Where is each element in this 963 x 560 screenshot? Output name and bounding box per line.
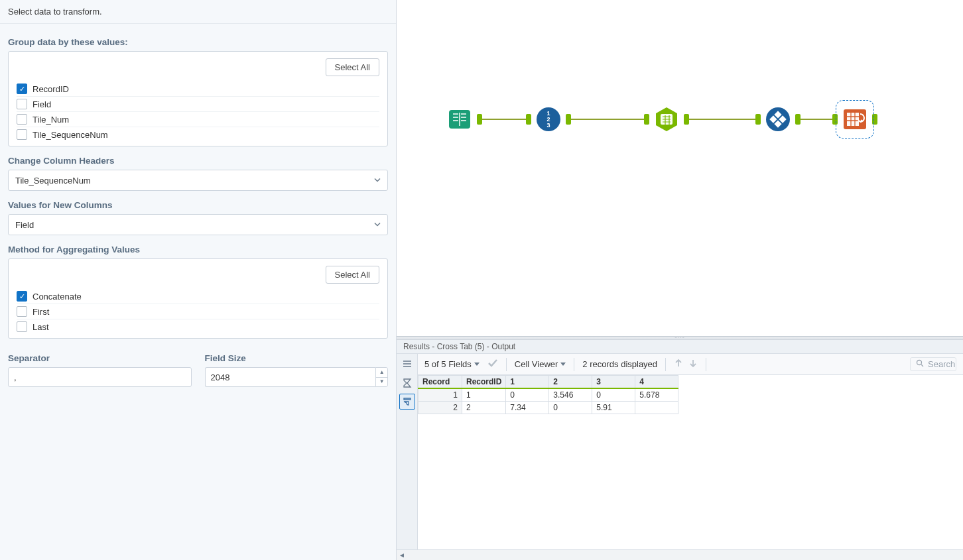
results-view-output[interactable]	[399, 394, 415, 410]
input-anchor[interactable]	[832, 114, 838, 125]
separator-input[interactable]	[8, 367, 192, 387]
row-number: 2	[418, 402, 462, 414]
tool-record-id[interactable]: 123	[535, 106, 562, 133]
config-header: Select data to transform.	[0, 0, 396, 24]
change-headers-select[interactable]: Tile_SequenceNum	[8, 170, 388, 191]
group-by-item-checkbox[interactable]	[17, 129, 27, 140]
agg-method-item-row[interactable]: Last	[17, 319, 379, 334]
output-anchor[interactable]	[477, 114, 482, 125]
chevron-down-icon	[374, 220, 381, 230]
column-header[interactable]: 3	[592, 376, 635, 389]
workflow-canvas[interactable]: 123	[397, 0, 963, 336]
agg-method-item-checkbox[interactable]	[17, 306, 27, 317]
group-by-item-row[interactable]: Tile_SequenceNum	[17, 127, 379, 142]
scroll-left-icon[interactable]: ◄	[397, 551, 407, 559]
connector	[689, 119, 755, 120]
cell[interactable]: 2	[462, 402, 506, 414]
group-by-label: Group data by these values:	[8, 37, 388, 47]
group-by-item-label: Tile_Num	[32, 115, 69, 125]
tool-transpose[interactable]	[765, 106, 791, 133]
cell[interactable]: 3.546	[549, 388, 592, 402]
agg-method-label: Method for Aggregating Values	[8, 245, 388, 254]
output-anchor[interactable]	[566, 114, 571, 125]
tool-text-input[interactable]	[446, 106, 473, 133]
group-by-select-all-button[interactable]: Select All	[326, 58, 379, 76]
change-headers-value: Tile_SequenceNum	[15, 176, 91, 186]
results-title: Results - Cross Tab (5) - Output	[397, 340, 963, 354]
agg-method-item-checkbox[interactable]	[17, 321, 27, 332]
svg-rect-13	[847, 113, 859, 126]
column-header[interactable]: Record	[418, 376, 462, 389]
cell[interactable]: 0	[592, 388, 635, 402]
results-panel: ⋯⋯ Results - Cross Tab (5) - Output	[397, 336, 963, 560]
chevron-down-icon	[374, 176, 381, 186]
group-by-item-row[interactable]: Field	[17, 97, 379, 112]
chevron-down-icon	[560, 363, 566, 366]
cell[interactable]: 0	[506, 388, 549, 402]
field-size-input[interactable]	[205, 367, 376, 387]
check-icon	[487, 359, 498, 370]
group-by-item-label: Tile_SequenceNum	[32, 130, 108, 140]
results-search[interactable]: Search	[910, 357, 956, 371]
group-by-item-label: RecordID	[32, 84, 69, 94]
agg-method-item-label: First	[32, 307, 49, 317]
table-row[interactable]: 1103.54605.678	[418, 388, 678, 402]
field-size-step-up[interactable]: ▲	[376, 368, 387, 378]
results-horizontal-scrollbar[interactable]: ◄	[397, 549, 963, 560]
cell[interactable]	[635, 402, 678, 414]
cell-viewer-dropdown[interactable]: Cell Viewer	[515, 359, 566, 369]
output-anchor[interactable]	[795, 114, 801, 125]
change-headers-label: Change Column Headers	[8, 156, 388, 166]
group-by-item-checkbox[interactable]	[17, 84, 27, 94]
tool-tile[interactable]	[653, 106, 680, 133]
connector	[482, 119, 526, 120]
cell[interactable]: 7.34	[506, 402, 549, 414]
values-new-value: Field	[15, 220, 34, 230]
values-new-select[interactable]: Field	[8, 214, 388, 235]
group-by-item-checkbox[interactable]	[17, 114, 27, 125]
field-size-step-down[interactable]: ▼	[376, 378, 387, 387]
config-panel: Select data to transform. Group data by …	[0, 0, 397, 560]
results-view-sigma[interactable]	[399, 375, 415, 391]
cell[interactable]: 1	[462, 388, 506, 402]
group-by-box: Select All RecordIDFieldTile_NumTile_Seq…	[8, 51, 388, 146]
values-new-label: Values for New Columns	[8, 200, 388, 210]
cell[interactable]: 5.678	[635, 388, 678, 402]
output-anchor[interactable]	[684, 114, 689, 125]
records-displayed: 2 records displayed	[582, 359, 657, 369]
agg-select-all-button[interactable]: Select All	[326, 266, 379, 284]
svg-text:3: 3	[546, 122, 550, 129]
group-by-item-row[interactable]: RecordID	[17, 82, 379, 97]
input-anchor[interactable]	[755, 114, 761, 125]
table-row[interactable]: 227.3405.91	[418, 402, 678, 414]
results-view-messages[interactable]	[399, 357, 415, 372]
nav-up-button[interactable]	[674, 359, 683, 370]
nav-down-button[interactable]	[688, 359, 698, 370]
column-header[interactable]: 4	[635, 376, 678, 389]
agg-method-item-label: Concatenate	[32, 292, 82, 302]
agg-method-item-checkbox[interactable]	[17, 291, 27, 302]
search-placeholder: Search	[928, 359, 955, 369]
fields-dropdown[interactable]: 5 of 5 Fields	[424, 359, 480, 369]
cell-viewer-label: Cell Viewer	[515, 359, 558, 369]
agg-method-item-row[interactable]: Concatenate	[17, 289, 379, 304]
tool-cross-tab[interactable]	[842, 106, 868, 133]
chevron-down-icon	[474, 363, 480, 366]
connector	[571, 119, 644, 120]
results-sidebar	[397, 354, 418, 549]
input-anchor[interactable]	[526, 114, 531, 125]
cell[interactable]: 0	[549, 402, 592, 414]
cell[interactable]: 5.91	[592, 402, 635, 414]
output-anchor[interactable]	[872, 114, 877, 125]
group-by-item-label: Field	[32, 99, 51, 109]
group-by-item-row[interactable]: Tile_Num	[17, 112, 379, 127]
column-header[interactable]: RecordID	[462, 376, 506, 389]
group-by-item-checkbox[interactable]	[17, 99, 27, 109]
field-size-label: Field Size	[205, 353, 389, 363]
column-header[interactable]: 2	[549, 376, 592, 389]
results-grid[interactable]: RecordRecordID12341103.54605.678227.3405…	[418, 375, 963, 549]
column-header[interactable]: 1	[506, 376, 549, 389]
agg-method-box: Select All ConcatenateFirstLast	[8, 258, 388, 339]
input-anchor[interactable]	[644, 114, 649, 125]
agg-method-item-row[interactable]: First	[17, 304, 379, 319]
